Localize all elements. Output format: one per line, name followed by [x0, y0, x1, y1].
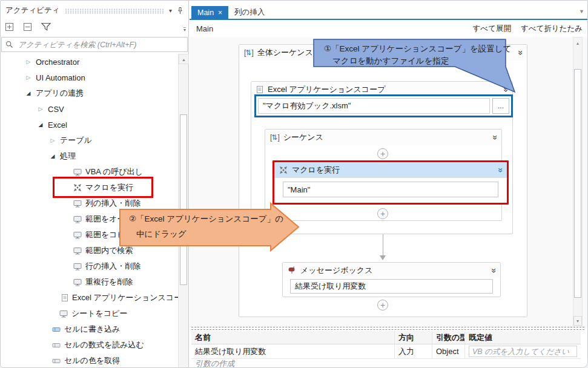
tree-item-label: 行の挿入・削除 [85, 261, 140, 272]
argument-default-cell [465, 344, 581, 358]
tree-item[interactable]: ◢アプリの連携 [1, 85, 178, 101]
tree-item[interactable]: ▷Orchestrator [1, 54, 178, 70]
expand-all-link[interactable]: すべて展開 [473, 24, 511, 34]
canvas-scrollbar[interactable]: ▲ ▼ [573, 37, 583, 327]
collapse-chevron-icon[interactable]: « [495, 168, 504, 172]
argument-direction[interactable]: 入力 [395, 344, 432, 358]
collapse-all-icon[interactable] [22, 22, 33, 32]
scroll-down-icon[interactable]: ▼ [573, 316, 582, 326]
document-icon [61, 294, 68, 302]
column-header[interactable]: 引数の型 [432, 331, 465, 344]
message-box-header[interactable]: メッセージボックス « [283, 263, 500, 278]
argument-row[interactable]: 結果受け取り用変数入力Object [191, 344, 581, 359]
scroll-up-icon[interactable]: ▲ [179, 54, 189, 64]
tree-item-label: セルに書き込み [64, 324, 121, 335]
arguments-table: 名前方向引数の型既定値 結果受け取り用変数入力Object 引数の作成 [191, 331, 581, 368]
tree-item-label: セルの色を取得 [64, 355, 120, 366]
tree-item[interactable]: ▷CSV [1, 101, 178, 117]
column-header[interactable]: 名前 [191, 331, 395, 344]
cell-gray-icon [52, 358, 61, 364]
monitor-icon [73, 168, 82, 176]
tree-item[interactable]: セルの色を取得 [1, 353, 178, 368]
callout-step1-line1: ①「Excel アプリケーションスコープ」を設置して [324, 44, 511, 54]
add-activity-icon[interactable] [377, 300, 388, 310]
activity-message-box[interactable]: メッセージボックス « 結果受け取り用変数 [282, 262, 501, 297]
tree-item-label: マクロを実行 [85, 182, 133, 193]
tab-overflow-icon[interactable]: ▼ [579, 8, 584, 15]
tree-item[interactable]: ◢処理 [1, 148, 178, 164]
collapse-chevron-icon[interactable]: « [489, 268, 497, 273]
scrollbar-thumb[interactable] [180, 114, 187, 285]
monitor-icon [73, 263, 82, 271]
argument-name[interactable]: 結果受け取り用変数 [191, 344, 395, 358]
arrow-shape [119, 202, 301, 253]
collapse-all-link[interactable]: すべて折りたたみ [521, 24, 583, 34]
tree-item[interactable]: 重複行を削除 [1, 274, 178, 290]
search-icon [5, 41, 13, 48]
message-box-title: メッセージボックス [300, 265, 372, 276]
tree-item-label: Orchestrator [36, 58, 79, 67]
tree-item[interactable]: VBA の呼び出し [1, 164, 178, 180]
breadcrumb-bar: Main すべて展開 すべて折りたたみ [190, 20, 588, 37]
run-macro-header[interactable]: マクロを実行 « [274, 162, 507, 178]
expand-arrow-icon[interactable]: ▷ [25, 74, 32, 80]
toolbar-overflow-icon[interactable]: ▾ [183, 27, 186, 32]
create-argument-link[interactable]: 引数の作成 [191, 359, 581, 368]
browse-button[interactable]: ... [492, 98, 509, 114]
macro-name-value[interactable]: "Main" [283, 182, 498, 197]
activities-panel: アクティビティ ▾ ▾ [1, 1, 189, 368]
outer-sequence-title: 全体シーケンス [257, 47, 313, 58]
tree-item[interactable]: ▷UI Automation [1, 70, 178, 85]
cell-gray-icon [52, 342, 61, 349]
tree-item-label: アプリの連携 [36, 88, 84, 99]
tab-main-label: Main [197, 8, 214, 17]
chevron-down-icon[interactable]: ▾ [169, 7, 172, 14]
search-input[interactable] [17, 40, 183, 50]
sequence-icon: [⇅] [244, 48, 253, 57]
collapse-arrow-icon[interactable]: ◢ [37, 122, 44, 128]
scrollbar-thumb[interactable] [574, 69, 581, 298]
tree-item[interactable]: ◢Excel [1, 117, 178, 133]
tree-item-label: セルの数式を読み込む [64, 340, 144, 350]
activity-run-macro[interactable]: マクロを実行 « "Main" [273, 160, 509, 205]
run-macro-title: マクロを実行 [292, 165, 340, 176]
pin-icon[interactable] [177, 7, 183, 15]
panel-splitter[interactable] [191, 327, 584, 330]
tree-item[interactable]: ▷テーブル [1, 133, 178, 148]
add-activity-icon[interactable] [377, 208, 388, 219]
flow-connector-arrow [380, 234, 386, 261]
collapse-arrow-icon[interactable]: ◢ [25, 90, 32, 96]
argument-default-input[interactable] [469, 346, 577, 357]
argument-type[interactable]: Object [432, 344, 465, 358]
tree-item-label: VBA の呼び出し [85, 166, 143, 177]
expand-arrow-icon[interactable]: ▷ [49, 137, 56, 143]
expand-all-icon[interactable] [4, 22, 15, 32]
tab-main[interactable]: Main × [191, 6, 228, 19]
column-header[interactable]: 方向 [395, 331, 432, 344]
expand-arrow-icon[interactable]: ▷ [37, 106, 44, 112]
message-box-value[interactable]: 結果受け取り用変数 [290, 279, 493, 294]
filter-icon[interactable] [41, 22, 51, 32]
inner-sequence-header[interactable]: [⇅] シーケンス « [265, 130, 501, 145]
close-icon[interactable]: × [218, 9, 222, 16]
tab-column-insert-label: 列の挿入 [234, 7, 265, 18]
tree-item[interactable]: マクロを実行 [1, 180, 178, 196]
tree-item-label: UI Automation [36, 73, 85, 82]
tab-column-insert[interactable]: 列の挿入 [228, 6, 271, 19]
tree-item-label: Excel アプリケーションスコープ [72, 292, 178, 303]
workbook-path-value[interactable]: "マクロ有効ブック.xlsm" [258, 98, 490, 114]
tree-item[interactable]: セルの数式を読み込む [1, 337, 178, 353]
tree-item[interactable]: Excel アプリケーションスコープ [1, 290, 178, 306]
column-header[interactable]: 既定値 [465, 331, 581, 344]
expand-arrow-icon[interactable]: ▷ [25, 59, 32, 65]
collapse-chevron-icon[interactable]: « [490, 135, 498, 140]
tree-item[interactable]: セルに書き込み [1, 321, 178, 337]
collapse-arrow-icon[interactable]: ◢ [49, 153, 56, 159]
monitor-icon [73, 215, 82, 223]
tree-item[interactable]: シートをコピー [1, 306, 178, 321]
scroll-up-icon[interactable]: ▲ [573, 39, 582, 48]
breadcrumb[interactable]: Main [190, 24, 213, 33]
add-activity-icon[interactable] [377, 148, 388, 159]
tree-item-label: シートをコピー [71, 308, 128, 319]
tree-item[interactable]: 行の挿入・削除 [1, 258, 178, 274]
